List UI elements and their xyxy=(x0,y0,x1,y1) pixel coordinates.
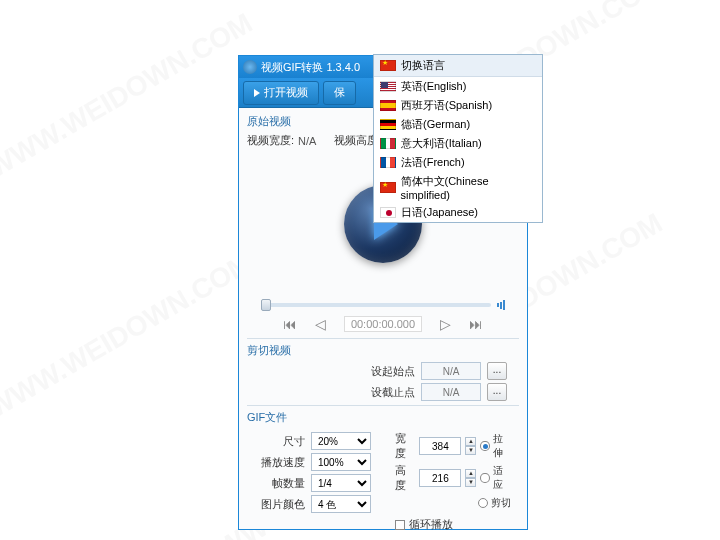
crop-radio[interactable] xyxy=(478,498,488,508)
flag-cn-icon xyxy=(380,182,396,193)
prev-frame-icon[interactable]: ◁ xyxy=(315,316,326,332)
crop-label: 剪切 xyxy=(491,496,511,510)
loop-label: 循环播放 xyxy=(409,517,453,532)
skip-fwd-icon[interactable]: ⏭ xyxy=(469,316,483,332)
seek-thumb[interactable] xyxy=(261,299,271,311)
cut-group-title: 剪切视频 xyxy=(247,343,519,358)
size-label: 尺寸 xyxy=(255,434,305,449)
gif-height-input[interactable] xyxy=(419,469,461,487)
seek-slider[interactable] xyxy=(261,303,491,307)
language-item-label: 意大利语(Italian) xyxy=(401,136,482,151)
language-header-label: 切换语言 xyxy=(401,58,445,73)
transport-controls: ⏮ ◁ 00:00:00.000 ▷ ⏭ xyxy=(247,316,519,332)
language-menu-header: 切换语言 xyxy=(374,55,542,77)
flag-jp-icon xyxy=(380,207,396,218)
flag-fr-icon xyxy=(380,157,396,168)
colors-label: 图片颜色 xyxy=(255,497,305,512)
language-menu: 切换语言 英语(English)西班牙语(Spanish)德语(German)意… xyxy=(373,54,543,223)
loop-checkbox[interactable] xyxy=(395,520,405,530)
stretch-label: 拉伸 xyxy=(493,432,511,460)
language-item-es[interactable]: 西班牙语(Spanish) xyxy=(374,96,542,115)
language-item-it[interactable]: 意大利语(Italian) xyxy=(374,134,542,153)
language-item-us[interactable]: 英语(English) xyxy=(374,77,542,96)
language-item-de[interactable]: 德语(German) xyxy=(374,115,542,134)
fit-radio[interactable] xyxy=(480,473,489,483)
video-width-label: 视频宽度: xyxy=(247,133,294,148)
fit-label: 适应 xyxy=(493,464,511,492)
stretch-radio[interactable] xyxy=(480,441,489,451)
cut-end-label: 设截止点 xyxy=(371,385,415,400)
volume-icon[interactable] xyxy=(497,300,505,310)
cut-end-browse[interactable]: ... xyxy=(487,383,507,401)
frames-label: 帧数量 xyxy=(255,476,305,491)
video-width-value: N/A xyxy=(298,135,316,147)
language-item-fr[interactable]: 法语(French) xyxy=(374,153,542,172)
next-frame-icon[interactable]: ▷ xyxy=(440,316,451,332)
cut-start-label: 设起始点 xyxy=(371,364,415,379)
flag-it-icon xyxy=(380,138,396,149)
language-item-label: 法语(French) xyxy=(401,155,465,170)
language-item-label: 英语(English) xyxy=(401,79,466,94)
language-item-label: 日语(Japanese) xyxy=(401,205,478,220)
width-spinner[interactable]: ▲▼ xyxy=(465,437,476,455)
frames-select[interactable]: 1/4 xyxy=(311,474,371,492)
open-video-label: 打开视频 xyxy=(264,85,308,100)
flag-es-icon xyxy=(380,100,396,111)
flag-us-icon xyxy=(380,81,396,92)
colors-select[interactable]: 4 色 xyxy=(311,495,371,513)
speed-label: 播放速度 xyxy=(255,455,305,470)
size-select[interactable]: 20% xyxy=(311,432,371,450)
cut-end-input[interactable] xyxy=(421,383,481,401)
gif-height-label: 高度 xyxy=(395,463,415,493)
height-spinner[interactable]: ▲▼ xyxy=(465,469,476,487)
language-item-label: 德语(German) xyxy=(401,117,470,132)
skip-back-icon[interactable]: ⏮ xyxy=(283,316,297,332)
flag-de-icon xyxy=(380,119,396,130)
language-item-label: 简体中文(Chinese simplified) xyxy=(401,174,537,201)
language-item-jp[interactable]: 日语(Japanese) xyxy=(374,203,542,222)
gif-group-title: GIF文件 xyxy=(247,410,519,425)
language-item-cn[interactable]: 简体中文(Chinese simplified) xyxy=(374,172,542,203)
timecode: 00:00:00.000 xyxy=(344,316,422,332)
gif-width-input[interactable] xyxy=(419,437,461,455)
cut-start-browse[interactable]: ... xyxy=(487,362,507,380)
flag-cn-icon xyxy=(380,60,396,71)
language-item-label: 西班牙语(Spanish) xyxy=(401,98,492,113)
save-label: 保 xyxy=(334,85,345,100)
gif-width-label: 宽度 xyxy=(395,431,415,461)
play-icon xyxy=(254,89,260,97)
speed-select[interactable]: 100% xyxy=(311,453,371,471)
open-video-button[interactable]: 打开视频 xyxy=(243,81,319,105)
cut-start-input[interactable] xyxy=(421,362,481,380)
app-icon xyxy=(243,60,257,74)
save-button[interactable]: 保 xyxy=(323,81,356,105)
